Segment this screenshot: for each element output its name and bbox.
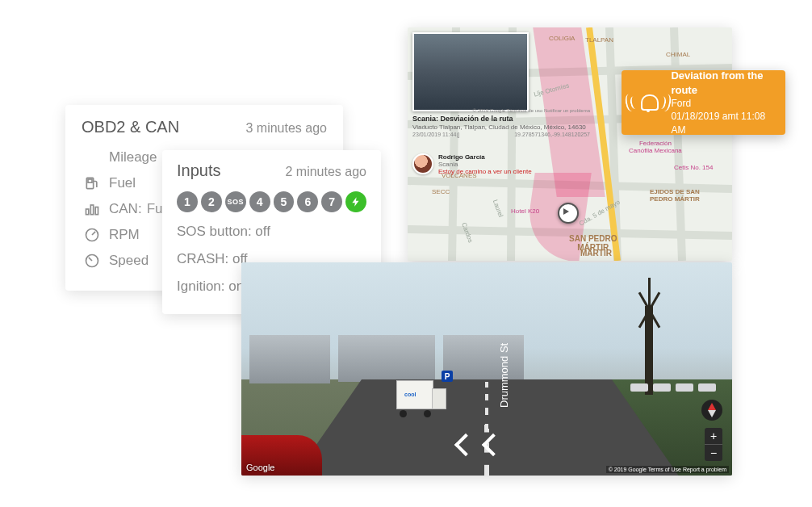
poi-secc: SECC: [432, 189, 450, 196]
input-chip-1[interactable]: 1: [177, 191, 198, 212]
input-chip-sos[interactable]: SOS: [225, 191, 246, 212]
vehicle-marker-icon[interactable]: [558, 203, 579, 224]
driver-vehicle: Scania: [438, 161, 532, 168]
poi-cetis: Cetis No. 154: [674, 165, 713, 172]
zoom-out-button[interactable]: −: [705, 445, 722, 461]
parked-cars-icon: [630, 383, 716, 392]
building-icon: [443, 335, 524, 380]
mileage-label: Mileage: [109, 149, 157, 166]
poi-ejidos: EJIDOS DE SANPEDRO MÁRTIR: [650, 189, 700, 203]
poi-martir: MÁRTIR: [580, 249, 612, 258]
alert-timestamp: 01/18/2019 amt 11:08 AM: [671, 110, 774, 136]
input-chip-5[interactable]: 5: [274, 191, 295, 212]
building-icon: [338, 335, 435, 382]
speed-label: Speed: [109, 253, 149, 269]
inputs-title: Inputs: [177, 161, 220, 180]
street-view-panel[interactable]: cool P Drummond St Google © 2019 Google …: [241, 262, 732, 476]
truck-icon: cool: [396, 380, 445, 416]
event-address: Viaducto Tlalpan, Tlalpan, Ciudad de Méx…: [412, 124, 590, 131]
poi-hotel: Hotel K20: [511, 208, 539, 216]
alert-title: Deviation from the route: [671, 69, 774, 97]
poi-tlalpan: TLALPAN: [585, 37, 613, 44]
fuel-pump-icon: [82, 173, 103, 194]
svg-rect-4: [95, 207, 98, 215]
alert-bell-icon: [633, 91, 663, 114]
direction-chevrons-icon: [458, 437, 501, 453]
streetview-attribution: © 2019 Google Terms of Use Report a prob…: [606, 466, 729, 473]
rpm-label: RPM: [109, 227, 140, 243]
map-streetview-inset[interactable]: Google: [412, 32, 529, 111]
can-label: CAN:: [109, 201, 142, 217]
route-deviation-alert[interactable]: Deviation from the route Ford 01/18/2019…: [622, 70, 785, 135]
driver-info[interactable]: Rodrigo García Scania Estoy de camino a …: [412, 153, 532, 175]
event-coords: 19.278571346,-99.148120257: [514, 132, 590, 137]
map-event-info: Scania: Desviación de la ruta Viaducto T…: [412, 115, 590, 137]
bolt-icon: [350, 196, 362, 207]
input-chip-2[interactable]: 2: [201, 191, 222, 212]
driver-name: Rodrigo García: [438, 153, 532, 161]
truck-logo: cool: [404, 392, 416, 397]
svg-rect-3: [90, 205, 93, 215]
driver-note: Estoy de camino a ver un cliente: [438, 168, 532, 175]
building-icon: [249, 335, 330, 383]
poi-chimal: CHIMAL: [666, 52, 690, 59]
poi-federacion: FederaciónCanófila Mexicana: [629, 140, 682, 155]
input-chip-power[interactable]: [345, 191, 366, 212]
svg-rect-1: [88, 179, 92, 182]
direction-arrow-icon: [461, 82, 480, 102]
speed-gauge-icon: [82, 250, 103, 271]
input-channel-chips: 1 2 SOS 4 5 6 7: [177, 191, 366, 212]
input-chip-4[interactable]: 4: [249, 191, 270, 212]
zoom-control: + −: [705, 428, 722, 461]
alert-vehicle: Ford: [671, 97, 774, 110]
map-panel[interactable]: SAN PEDROMÁRTIR EJIDOS DE SANPEDRO MÁRTI…: [408, 27, 732, 261]
input-chip-7[interactable]: 7: [321, 191, 342, 212]
event-title: Scania: Desviación de la ruta: [412, 115, 590, 123]
zoom-in-button[interactable]: +: [705, 428, 722, 444]
inset-google-brand: Google: [416, 99, 442, 108]
tree-icon: [613, 274, 685, 395]
obd2-timestamp: 3 minutes ago: [245, 121, 327, 136]
parking-sign-icon: P: [442, 371, 453, 382]
bars-icon: [82, 199, 103, 220]
inputs-timestamp: 2 minutes ago: [285, 165, 366, 179]
event-date: 23/01/2019 11:44(j: [412, 132, 459, 137]
driver-avatar-icon: [412, 153, 433, 174]
compass-icon[interactable]: [701, 400, 722, 421]
inset-attribution: © 2019 Google Términos de uso Notificar …: [412, 108, 590, 113]
obd2-title: OBD2 & CAN: [82, 118, 179, 136]
input-chip-6[interactable]: 6: [297, 191, 318, 212]
road-name-label: Drummond St: [498, 343, 510, 408]
svg-rect-2: [86, 209, 89, 215]
poi-coligia: COLIGIA: [549, 36, 575, 43]
fuel-label: Fuel: [109, 175, 136, 191]
sos-status: SOS button: off: [177, 224, 366, 240]
gauge-icon: [82, 224, 103, 245]
google-brand: Google: [246, 463, 274, 472]
